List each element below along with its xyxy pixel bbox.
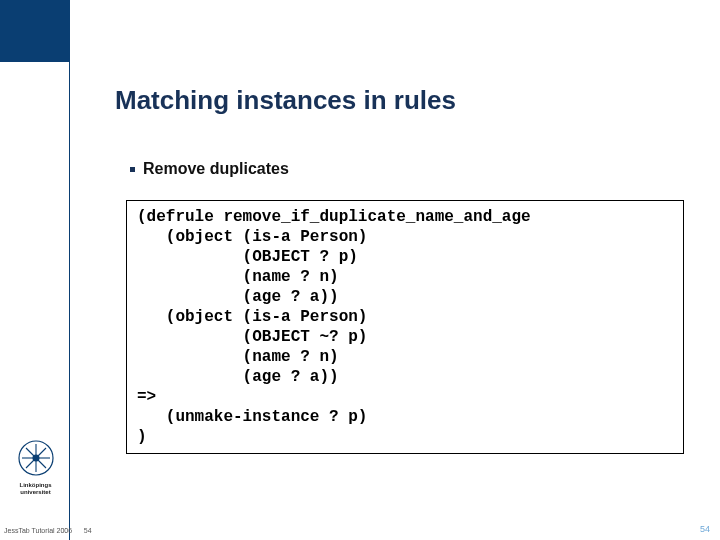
bullet-text: Remove duplicates xyxy=(143,160,289,178)
footer: JessTab Tutorial 2006 54 54 xyxy=(0,518,720,540)
svg-point-1 xyxy=(33,455,39,461)
footer-page-small: 54 xyxy=(84,527,92,534)
bullet-item: Remove duplicates xyxy=(130,160,289,178)
university-name: Linköpings universitet xyxy=(8,482,63,495)
footer-left: JessTab Tutorial 2006 54 xyxy=(4,527,92,534)
left-sidebar: Linköpings universitet xyxy=(0,0,70,540)
sidebar-divider xyxy=(69,0,70,540)
university-badge: Linköpings universitet xyxy=(8,438,63,495)
footer-source: JessTab Tutorial 2006 xyxy=(4,527,72,534)
seal-icon xyxy=(16,438,56,478)
code-block: (defrule remove_if_duplicate_name_and_ag… xyxy=(126,200,684,454)
slide-title: Matching instances in rules xyxy=(115,85,456,116)
slide: Linköpings universitet Matching instance… xyxy=(0,0,720,540)
footer-page-number: 54 xyxy=(700,524,710,534)
sidebar-accent-block xyxy=(0,0,70,62)
bullet-icon xyxy=(130,167,135,172)
